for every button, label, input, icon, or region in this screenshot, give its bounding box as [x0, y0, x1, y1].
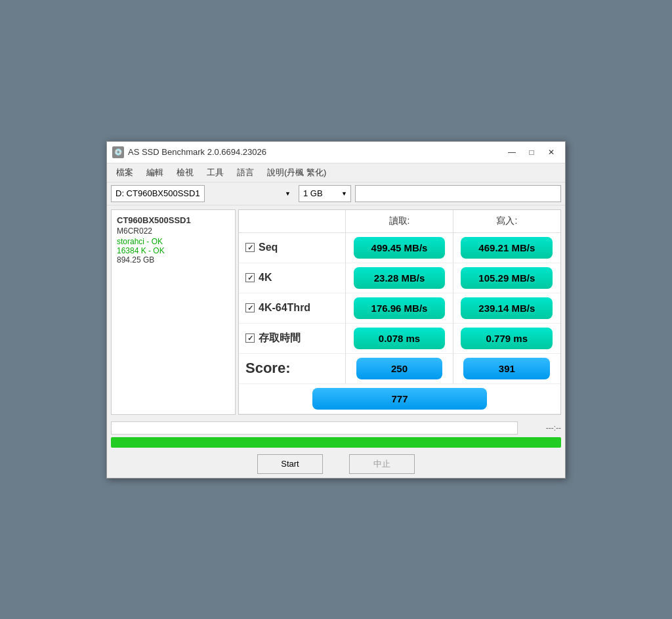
4k64-write-badge: 239.14 MB/s [461, 297, 553, 319]
firmware: M6CR022 [117, 226, 230, 236]
4k-checkbox[interactable]: ✓ [245, 273, 255, 282]
4k-write-badge: 105.29 MB/s [461, 267, 553, 289]
window-controls: — □ ✕ [503, 146, 560, 159]
capacity: 894.25 GB [117, 255, 230, 265]
green-bar-wrap [107, 437, 565, 450]
toolbar: D: CT960BX500SSD1 1 GB 2 GB 4 GB [107, 182, 565, 205]
menu-help[interactable]: 說明(丹楓 繁化) [261, 165, 333, 181]
score-total-badge: 777 [312, 388, 486, 410]
drive-select[interactable]: D: CT960BX500SSD1 [111, 185, 205, 202]
score-read-cell: 250 [346, 354, 453, 384]
driver-status: storahci - OK [117, 237, 230, 246]
timer-text: ---:-- [522, 423, 561, 433]
access-write-badge: 0.779 ms [461, 328, 553, 349]
menu-view[interactable]: 檢視 [170, 165, 200, 181]
4k-read-cell: 23.28 MB/s [346, 263, 453, 293]
info-panel: CT960BX500SSD1 M6CR022 storahci - OK 163… [111, 209, 236, 415]
score-read-badge: 250 [356, 358, 442, 379]
score-write-badge: 391 [463, 358, 550, 379]
read-header: 讀取: [346, 210, 453, 233]
seq-write-cell: 469.21 MB/s [453, 233, 560, 263]
4k64-write-cell: 239.14 MB/s [453, 293, 560, 324]
title-bar: 💿 AS SSD Benchmark 2.0.6694.23026 — □ ✕ [107, 142, 565, 163]
score-label-cell: Score: [239, 354, 346, 384]
app-icon: 💿 [112, 146, 124, 158]
size-select-wrap: 1 GB 2 GB 4 GB [299, 185, 351, 202]
progress-track [111, 421, 518, 435]
score-write-cell: 391 [453, 354, 560, 384]
4k64-checkbox[interactable]: ✓ [245, 303, 255, 312]
access-label-cell: ✓ 存取時間 [239, 324, 346, 354]
maximize-button[interactable]: □ [523, 146, 540, 159]
buffer-status: 16384 K - OK [117, 246, 230, 255]
4k-write-cell: 105.29 MB/s [453, 263, 560, 293]
seq-read-badge: 499.45 MB/s [354, 237, 445, 259]
empty-header [239, 210, 346, 233]
drive-name: CT960BX500SSD1 [117, 215, 230, 225]
4k64-read-badge: 176.96 MB/s [354, 297, 445, 319]
4k-label-cell: ✓ 4K [239, 263, 346, 293]
access-write-cell: 0.779 ms [453, 324, 560, 354]
bottom-bar: ---:-- [107, 419, 565, 437]
4k64-label: 4K-64Thrd [259, 302, 310, 314]
main-content: CT960BX500SSD1 M6CR022 storahci - OK 163… [107, 205, 565, 419]
write-header: 寫入: [453, 210, 560, 233]
close-button[interactable]: ✕ [543, 146, 560, 159]
drive-select-wrap: D: CT960BX500SSD1 [111, 185, 295, 202]
access-checkbox[interactable]: ✓ [245, 333, 255, 343]
access-read-badge: 0.078 ms [354, 328, 445, 349]
window-title: AS SSD Benchmark 2.0.6694.23026 [128, 147, 503, 157]
access-read-cell: 0.078 ms [346, 324, 453, 354]
button-row: Start 中止 [107, 450, 565, 478]
minimize-button[interactable]: — [503, 146, 520, 159]
size-select[interactable]: 1 GB 2 GB 4 GB [299, 185, 351, 202]
4k-read-badge: 23.28 MB/s [354, 267, 445, 289]
green-progress-bar [111, 437, 561, 448]
menu-bar: 檔案 編輯 檢視 工具 語言 說明(丹楓 繁化) [107, 163, 565, 182]
access-label: 存取時間 [259, 331, 301, 345]
result-input [355, 185, 561, 202]
seq-write-badge: 469.21 MB/s [461, 237, 553, 259]
seq-read-cell: 499.45 MB/s [346, 233, 453, 263]
4k64-read-cell: 176.96 MB/s [346, 293, 453, 324]
start-button[interactable]: Start [257, 454, 323, 474]
menu-language[interactable]: 語言 [230, 165, 261, 181]
menu-edit[interactable]: 編輯 [140, 165, 170, 181]
seq-label-cell: ✓ Seq [239, 233, 346, 263]
results-grid: 讀取: 寫入: ✓ Seq 499.45 MB/s 469.21 MB/s ✓ … [238, 209, 561, 415]
menu-file[interactable]: 檔案 [110, 165, 140, 181]
seq-checkbox[interactable]: ✓ [245, 243, 255, 252]
stop-button[interactable]: 中止 [349, 454, 415, 474]
4k-label: 4K [259, 272, 272, 284]
main-window: 💿 AS SSD Benchmark 2.0.6694.23026 — □ ✕ … [106, 141, 566, 479]
seq-label: Seq [259, 242, 278, 253]
menu-tools[interactable]: 工具 [200, 165, 230, 181]
score-label: Score: [245, 360, 290, 377]
score-total-row: 777 [239, 384, 560, 414]
4k64-label-cell: ✓ 4K-64Thrd [239, 293, 346, 324]
